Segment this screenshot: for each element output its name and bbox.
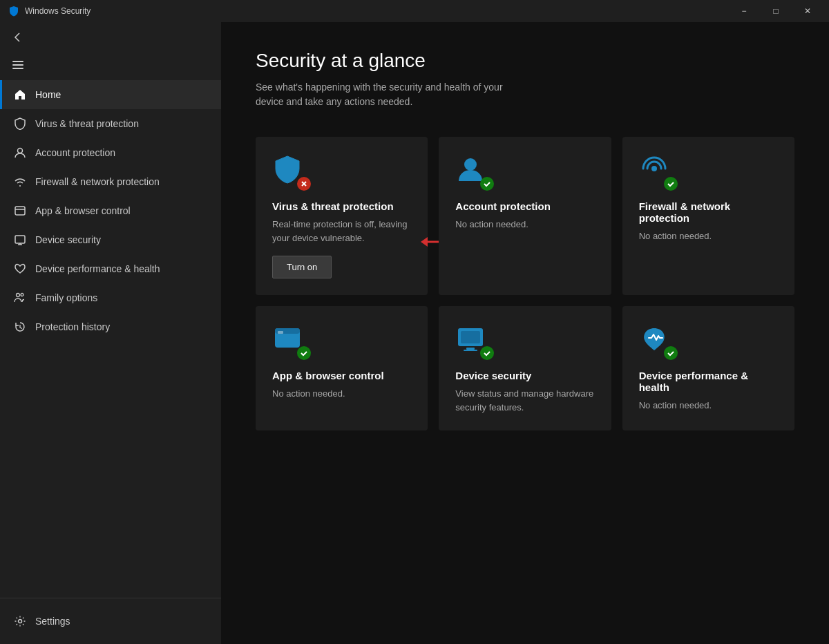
app-browser-card-title: App & browser control [272, 370, 411, 381]
firewall-status-ok [664, 177, 678, 191]
svg-point-10 [21, 294, 23, 296]
sidebar-item-home[interactable]: Home [0, 80, 221, 109]
virus-card-desc: Real-time protection is off, leaving you… [272, 218, 411, 245]
sidebar-item-device-health-label: Device performance & health [35, 263, 160, 274]
sidebar-item-firewall[interactable]: Firewall & network protection [0, 167, 221, 196]
window-controls: − □ ✕ [728, 0, 823, 22]
title-bar-text: Windows Security [25, 6, 90, 16]
account-status-ok [480, 177, 494, 191]
sidebar: Home Virus & threat protection [0, 22, 221, 644]
maximize-button[interactable]: □ [760, 0, 792, 22]
title-bar-left: Windows Security [8, 6, 90, 17]
sidebar-item-account[interactable]: Account protection [0, 138, 221, 167]
page-subtitle: See what's happening with the security a… [256, 80, 532, 109]
card-device-health[interactable]: Device performance & health No action ne… [622, 306, 794, 430]
svg-rect-24 [461, 331, 480, 343]
shield-icon [13, 117, 27, 130]
svg-rect-23 [464, 350, 477, 351]
sidebar-item-virus[interactable]: Virus & threat protection [0, 109, 221, 138]
svg-point-11 [19, 620, 22, 623]
family-icon [13, 292, 27, 304]
sidebar-item-device-security-label: Device security [35, 234, 101, 245]
sidebar-item-virus-label: Virus & threat protection [35, 118, 139, 129]
virus-card-icon-wrap [272, 153, 308, 189]
card-account[interactable]: Account protection No action needed. [439, 137, 611, 295]
wifi-icon [13, 176, 27, 188]
card-device-security[interactable]: Device security View status and manage h… [439, 306, 611, 430]
device-security-status-ok [480, 346, 494, 360]
turn-on-button[interactable]: Turn on [272, 256, 332, 278]
account-icon [13, 146, 27, 159]
sidebar-bottom: Settings [0, 598, 221, 644]
svg-rect-1 [12, 64, 23, 66]
sidebar-item-app-browser-label: App & browser control [35, 205, 131, 216]
settings-icon [13, 615, 27, 627]
device-icon [13, 234, 27, 246]
app-browser-card-desc: No action needed. [272, 387, 411, 401]
back-button[interactable] [0, 22, 221, 53]
card-firewall[interactable]: Firewall & network protection No action … [622, 137, 794, 295]
cards-grid: Virus & threat protection Real-time prot… [256, 137, 794, 430]
svg-rect-2 [12, 68, 23, 69]
svg-rect-22 [466, 348, 475, 350]
account-card-desc: No action needed. [455, 218, 594, 231]
card-app-browser[interactable]: App & browser control No action needed. [256, 306, 428, 430]
device-health-card-title: Device performance & health [639, 370, 778, 393]
svg-rect-0 [12, 61, 23, 62]
svg-rect-6 [15, 236, 25, 243]
page-title: Security at a glance [256, 50, 794, 72]
svg-point-9 [17, 294, 20, 297]
main-content: Security at a glance See what's happenin… [221, 22, 829, 644]
svg-point-16 [464, 158, 477, 171]
sidebar-item-app-browser[interactable]: App & browser control [0, 196, 221, 225]
sidebar-item-family[interactable]: Family options [0, 283, 221, 312]
virus-status-error [297, 177, 311, 191]
svg-marker-15 [421, 237, 428, 247]
svg-rect-20 [278, 331, 283, 334]
sidebar-nav: Home Virus & threat protection [0, 80, 221, 598]
virus-card-title: Virus & threat protection [272, 200, 411, 212]
svg-point-3 [18, 149, 23, 153]
card-virus-threat[interactable]: Virus & threat protection Real-time prot… [256, 137, 428, 295]
sidebar-item-history-label: Protection history [35, 321, 110, 332]
account-card-title: Account protection [455, 200, 594, 212]
sidebar-item-account-label: Account protection [35, 147, 115, 158]
svg-rect-4 [15, 207, 25, 215]
app-browser-status-ok [297, 346, 311, 360]
close-button[interactable]: ✕ [792, 0, 823, 22]
device-security-card-title: Device security [455, 370, 594, 381]
history-icon [13, 321, 27, 333]
app-browser-card-icon-wrap [272, 323, 308, 359]
firewall-card-desc: No action needed. [639, 229, 778, 243]
device-health-card-desc: No action needed. [639, 399, 778, 413]
device-health-card-icon-wrap [639, 323, 675, 359]
svg-point-17 [651, 166, 657, 171]
back-icon [11, 30, 25, 44]
firewall-card-icon-wrap [639, 153, 675, 189]
sidebar-item-family-label: Family options [35, 292, 97, 303]
title-bar: Windows Security − □ ✕ [0, 0, 829, 22]
hamburger-icon [11, 58, 25, 72]
app-icon [8, 6, 19, 17]
sidebar-item-device-security[interactable]: Device security [0, 225, 221, 254]
sidebar-item-settings-label: Settings [35, 616, 70, 627]
minimize-button[interactable]: − [728, 0, 760, 22]
account-card-icon-wrap [455, 153, 491, 189]
sidebar-item-home-label: Home [35, 89, 61, 100]
device-security-card-desc: View status and manage hardware security… [455, 387, 594, 414]
device-health-status-ok [664, 346, 678, 360]
device-security-card-icon-wrap [455, 323, 491, 359]
home-icon [13, 88, 27, 101]
sidebar-item-device-health[interactable]: Device performance & health [0, 254, 221, 283]
sidebar-item-history[interactable]: Protection history [0, 312, 221, 341]
sidebar-item-settings[interactable]: Settings [0, 607, 221, 636]
firewall-card-title: Firewall & network protection [639, 200, 778, 224]
health-icon [13, 263, 27, 275]
hamburger-menu[interactable] [0, 53, 221, 80]
browser-icon [13, 205, 27, 217]
sidebar-item-firewall-label: Firewall & network protection [35, 176, 160, 187]
app-body: Home Virus & threat protection [0, 22, 829, 644]
